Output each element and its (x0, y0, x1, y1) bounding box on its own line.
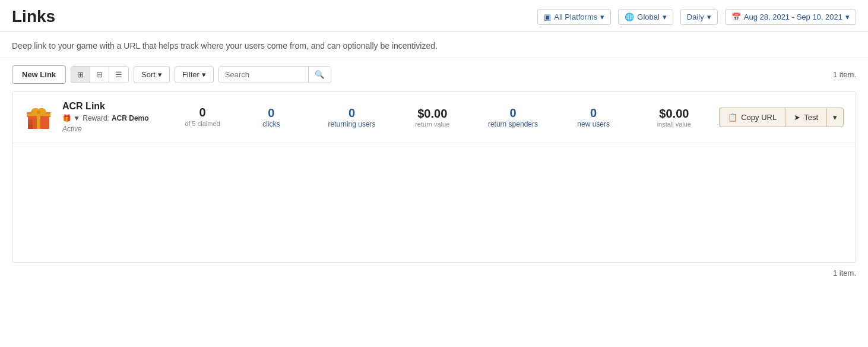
platform-icon: ▣ (544, 12, 551, 21)
test-label: Test (804, 113, 818, 122)
return-spenders-value: 0 (477, 106, 549, 120)
platform-selector[interactable]: ▣ All Platforms ▾ (537, 9, 611, 25)
search-box: 🔍 (218, 66, 331, 83)
page-title: Links (12, 7, 55, 26)
region-label: Global (637, 12, 660, 21)
svg-rect-8 (28, 119, 33, 124)
date-chevron-icon: ▾ (845, 12, 850, 21)
install-value-stat: $0.00 install value (639, 107, 710, 128)
svg-rect-7 (28, 124, 33, 129)
link-reward: 🎁 ▼ Reward: ACR Demo (62, 114, 169, 122)
search-input[interactable] (219, 67, 308, 83)
claimed-value: 0 (179, 106, 226, 119)
install-value-label: install value (639, 121, 710, 128)
action-buttons: 📋 Copy URL ➤ Test ▾ (719, 108, 844, 127)
action-dropdown-button[interactable]: ▾ (826, 108, 844, 127)
frequency-chevron-icon: ▾ (707, 12, 711, 21)
sort-chevron-icon: ▾ (158, 70, 162, 79)
svg-point-6 (37, 111, 40, 114)
return-spenders-label: return spenders (477, 120, 549, 128)
date-range-label: Aug 28, 2021 - Sep 10, 2021 (744, 12, 842, 21)
toolbar-left: New Link ⊞ ⊟ ☰ Sort ▾ Filter ▾ 🔍 (12, 65, 331, 84)
description: Deep link to your game with a URL that h… (0, 31, 868, 58)
install-value-value: $0.00 (639, 107, 710, 121)
grid-large-view-button[interactable]: ⊟ (90, 67, 109, 83)
link-icon (24, 103, 53, 131)
clicks-stat: 0 clicks (236, 106, 307, 128)
toolbar: New Link ⊞ ⊟ ☰ Sort ▾ Filter ▾ 🔍 1 (0, 58, 868, 91)
grid-small-view-button[interactable]: ⊞ (71, 67, 90, 83)
view-toggle: ⊞ ⊟ ☰ (71, 66, 129, 83)
link-name: ACR Link (62, 101, 169, 112)
frequency-label: Daily (687, 12, 704, 21)
reward-label: Reward: (83, 114, 109, 122)
sort-button[interactable]: Sort ▾ (134, 66, 170, 83)
bottom-count: 1 item. (0, 263, 868, 283)
dropdown-chevron-icon: ▾ (833, 113, 837, 122)
region-selector[interactable]: 🌐 Global ▾ (618, 9, 673, 25)
test-icon: ➤ (794, 113, 800, 122)
link-status: Active (62, 125, 169, 133)
date-range-selector[interactable]: 📅 Aug 28, 2021 - Sep 10, 2021 ▾ (725, 9, 856, 25)
reward-icons: 🎁 ▼ (62, 114, 80, 122)
frequency-selector[interactable]: Daily ▾ (680, 9, 718, 25)
search-icon: 🔍 (315, 70, 325, 79)
globe-icon: 🌐 (625, 12, 634, 21)
table-row: ACR Link 🎁 ▼ Reward: ACR Demo Active 0 o… (12, 92, 856, 143)
platform-chevron-icon: ▾ (600, 12, 604, 21)
return-value-label: return value (397, 121, 468, 128)
links-table: ACR Link 🎁 ▼ Reward: ACR Demo Active 0 o… (12, 91, 856, 263)
main-content: ACR Link 🎁 ▼ Reward: ACR Demo Active 0 o… (0, 91, 868, 263)
copy-icon: 📋 (728, 113, 737, 122)
list-view-button[interactable]: ☰ (109, 67, 128, 83)
grid-large-icon: ⊟ (96, 70, 103, 79)
new-users-stat: 0 new users (558, 106, 629, 128)
claimed-stat: 0 of 5 claimed (179, 106, 226, 128)
item-count-top: 1 item. (833, 70, 856, 79)
list-icon: ☰ (115, 70, 122, 79)
top-controls: ▣ All Platforms ▾ 🌐 Global ▾ Daily ▾ 📅 A… (537, 9, 856, 25)
clicks-label: clicks (236, 120, 307, 128)
link-info: ACR Link 🎁 ▼ Reward: ACR Demo Active (62, 101, 169, 133)
test-button[interactable]: ➤ Test (785, 108, 826, 127)
returning-users-value: 0 (316, 106, 388, 120)
copy-url-label: Copy URL (741, 113, 777, 122)
empty-area (12, 143, 856, 262)
calendar-icon: 📅 (731, 12, 741, 21)
returning-users-label: returning users (316, 120, 388, 128)
platform-label: All Platforms (554, 12, 597, 21)
clicks-value: 0 (236, 106, 307, 120)
new-users-label: new users (558, 120, 629, 128)
return-value-stat: $0.00 return value (397, 107, 468, 128)
new-link-button[interactable]: New Link (12, 65, 66, 84)
return-spenders-stat: 0 return spenders (477, 106, 549, 128)
claimed-label: of 5 claimed (179, 119, 226, 128)
region-chevron-icon: ▾ (663, 12, 667, 21)
grid-small-icon: ⊞ (77, 70, 84, 79)
filter-button[interactable]: Filter ▾ (175, 66, 214, 83)
copy-url-button[interactable]: 📋 Copy URL (719, 108, 785, 127)
item-count-bottom: 1 item. (833, 269, 856, 277)
top-bar: Links ▣ All Platforms ▾ 🌐 Global ▾ Daily… (0, 0, 868, 31)
filter-chevron-icon: ▾ (202, 70, 206, 79)
search-button[interactable]: 🔍 (308, 67, 331, 83)
sort-label: Sort (141, 70, 156, 79)
reward-name: ACR Demo (112, 114, 149, 122)
returning-users-stat: 0 returning users (316, 106, 388, 128)
filter-label: Filter (182, 70, 199, 79)
new-users-value: 0 (558, 106, 629, 120)
return-value-value: $0.00 (397, 107, 468, 121)
